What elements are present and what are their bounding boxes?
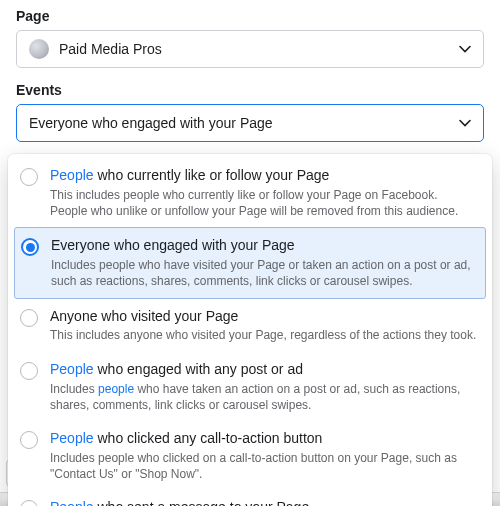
- events-option-0[interactable]: People who currently like or follow your…: [8, 158, 492, 227]
- page-select[interactable]: Paid Media Pros: [16, 30, 484, 68]
- option-title: People who engaged with any post or ad: [50, 360, 478, 379]
- option-title: People who sent a message to your Page: [50, 498, 478, 506]
- option-text: Everyone who engaged with your PageInclu…: [51, 236, 477, 289]
- radio-icon[interactable]: [20, 309, 38, 327]
- option-text: People who currently like or follow your…: [50, 166, 478, 219]
- caret-down-icon: [459, 43, 471, 55]
- events-option-4[interactable]: People who clicked any call-to-action bu…: [8, 421, 492, 490]
- option-desc: This includes people who currently like …: [50, 187, 478, 219]
- option-desc: Includes people who have taken an action…: [50, 381, 478, 413]
- events-option-2[interactable]: Anyone who visited your PageThis include…: [8, 299, 492, 352]
- option-text: People who clicked any call-to-action bu…: [50, 429, 478, 482]
- page-field-label: Page: [16, 8, 484, 24]
- option-title: People who currently like or follow your…: [50, 166, 478, 185]
- events-option-3[interactable]: People who engaged with any post or adIn…: [8, 352, 492, 421]
- option-title: Everyone who engaged with your Page: [51, 236, 477, 255]
- option-desc: Includes people who have visited your Pa…: [51, 257, 477, 289]
- radio-icon[interactable]: [20, 362, 38, 380]
- page-select-value: Paid Media Pros: [59, 41, 162, 57]
- events-select[interactable]: Everyone who engaged with your Page: [16, 104, 484, 142]
- option-title: People who clicked any call-to-action bu…: [50, 429, 478, 448]
- radio-icon[interactable]: [20, 500, 38, 506]
- events-option-1[interactable]: Everyone who engaged with your PageInclu…: [14, 227, 486, 298]
- option-text: People who engaged with any post or adIn…: [50, 360, 478, 413]
- events-option-5[interactable]: People who sent a message to your PageTh…: [8, 490, 492, 506]
- option-desc: This includes anyone who visited your Pa…: [50, 327, 478, 343]
- radio-icon[interactable]: [20, 168, 38, 186]
- caret-down-icon: [459, 117, 471, 129]
- radio-icon[interactable]: [21, 238, 39, 256]
- radio-icon[interactable]: [20, 431, 38, 449]
- events-dropdown[interactable]: People who currently like or follow your…: [8, 154, 492, 506]
- events-field-label: Events: [16, 82, 484, 98]
- option-text: People who sent a message to your PageTh…: [50, 498, 478, 506]
- events-select-value: Everyone who engaged with your Page: [29, 115, 273, 131]
- option-desc: Includes people who clicked on a call-to…: [50, 450, 478, 482]
- option-title: Anyone who visited your Page: [50, 307, 478, 326]
- option-text: Anyone who visited your PageThis include…: [50, 307, 478, 344]
- page-avatar: [29, 39, 49, 59]
